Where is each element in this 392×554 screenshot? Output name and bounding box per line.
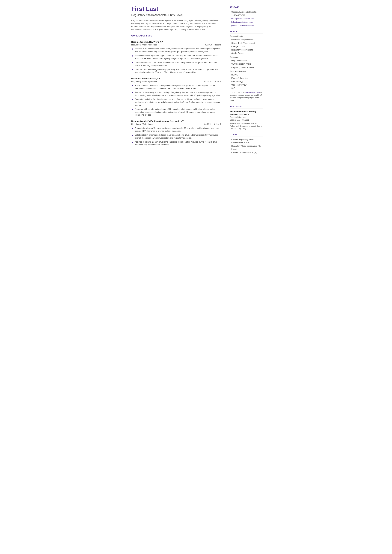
tools-label: Tools and Software: [230, 70, 263, 73]
job-company-1: Resume Worded, New York, NY: [131, 40, 221, 43]
bullet-dot: ●: [132, 84, 133, 87]
left-column: First Last Regulatory Affairs Associate …: [125, 0, 226, 174]
work-experience-label: WORK EXPERIENCE: [131, 35, 221, 38]
techniques-list: Drug Development CMC Regulatory Affairs …: [230, 59, 263, 69]
job-company-3: Resume Worded's Exciting Company, New Yo…: [131, 120, 221, 123]
tool-hcpcs: HCPCS: [230, 74, 263, 76]
technique-cmc: CMC Regulatory Affairs: [230, 63, 263, 65]
resume-worded-link[interactable]: Resume Worded: [246, 92, 259, 93]
bullet-3-3: ●Assisted in training 17 new physicians …: [132, 141, 221, 147]
contact-location: Chicago, IL (Open to Remote): [230, 11, 263, 14]
resume-page: First Last Regulatory Affairs Associate …: [125, 0, 267, 174]
bullet-2-3: ●Generated technical files like declarat…: [132, 98, 221, 107]
bullet-1-3: ●Communicated with 10K customers via ema…: [132, 61, 221, 67]
tools-list: HCPCS Microsoft Dynamics MicroStrategy Q…: [230, 74, 263, 90]
edu-block: Resume Worded University Bachelor of Sci…: [230, 110, 263, 130]
other-section: OTHER Certified Regulatory Affairs Profe…: [230, 133, 263, 154]
right-column: CONTACT Chicago, IL (Open to Remote) +1-…: [226, 0, 267, 174]
skill-quality-system: Quality System: [230, 52, 263, 55]
education-label: EDUCATION: [230, 105, 263, 109]
bullet-dot: ●: [132, 127, 133, 130]
other-item-3: Certified Quality Auditor (CQA).: [230, 151, 263, 154]
bullet-dot: ●: [132, 108, 133, 111]
tool-ms-dynamics: Microsoft Dynamics: [230, 77, 263, 79]
job-bullets-2: ●Spearheaded 17 initiatives that improve…: [131, 84, 221, 117]
job-dates-1: 01/2019 – Present: [205, 43, 221, 46]
job-title-3: Regulatory Affairs Intern: [131, 123, 153, 126]
job-block-1: Resume Worded, New York, NY Regulatory A…: [131, 40, 221, 74]
bullet-dot: ●: [132, 98, 133, 101]
job-title-row-3: Regulatory Affairs Intern 06/2012 – 01/2…: [131, 123, 221, 126]
contact-section: CONTACT Chicago, IL (Open to Remote) +1-…: [230, 6, 263, 27]
bullet-2-2: ●Assisted in developing and maintaining …: [132, 91, 221, 97]
edu-school: Resume Worded University: [230, 110, 263, 113]
job-company-2: Growthsi, San Francisco, CA: [131, 77, 221, 80]
skills-label: SKILLS: [230, 30, 263, 34]
edu-field: Biological Sciences: [230, 116, 263, 119]
technical-skills-list: Pharmaceutics (Advanced) Clinical Trials…: [230, 39, 263, 55]
skill-clinical-trials: Clinical Trials (Experienced): [230, 42, 263, 44]
bullet-1-2: ●Achieved an 80% regulatory approval rat…: [132, 54, 221, 60]
bullet-dot: ●: [132, 141, 133, 143]
technique-drug-dev: Drug Development: [230, 59, 263, 62]
bullet-dot: ●: [132, 91, 133, 94]
job-bullets-3: ●Supported reviewing 15 research studies…: [131, 127, 221, 147]
bullet-dot: ●: [132, 134, 133, 136]
job-bullets-1: ●Assisted in the development of regulato…: [131, 47, 221, 74]
contact-email[interactable]: email@resumeworded.com: [230, 17, 263, 20]
header-summary: Regulatory affairs associate with over 8…: [131, 19, 221, 31]
edu-location-date: Boston, MA — 05/2012: [230, 119, 263, 121]
job-block-2: Growthsi, San Francisco, CA Regulatory A…: [131, 77, 221, 116]
contact-list: Chicago, IL (Open to Remote) +1-234-456-…: [230, 11, 263, 27]
other-label: OTHER: [230, 133, 263, 137]
tool-qlikview: QlikTech QlikView: [230, 84, 263, 86]
job-dates-2: 02/2015 – 12/2018: [204, 80, 221, 83]
job-title-1: Regulatory Affairs Associate: [131, 43, 157, 46]
bullet-dot: ●: [132, 54, 133, 57]
bullet-3-2: ●Collaborated in reviewing 1K clinical t…: [132, 134, 221, 140]
promo-text: · Don't forget to use Resume Worded to s…: [230, 91, 263, 102]
contact-label: CONTACT: [230, 6, 263, 9]
header-title: Regulatory Affairs Associate (Entry Leve…: [131, 13, 221, 17]
education-section: EDUCATION Resume Worded University Bache…: [230, 105, 263, 130]
contact-linkedin[interactable]: linkedin.com/in/username: [230, 21, 263, 23]
job-block-3: Resume Worded's Exciting Company, New Yo…: [131, 120, 221, 146]
technical-skills-label: Technical Skills:: [230, 35, 263, 38]
skill-regulatory-req: Regulatory Requirements: [230, 49, 263, 51]
contact-github[interactable]: github.com/resumeworded: [230, 24, 263, 27]
edu-awards: Awards: Resume Worded Teaching Fellow (o…: [230, 122, 263, 130]
bullet-1-1: ●Assisted in the development of regulato…: [132, 47, 221, 53]
skill-pharmaceutics: Pharmaceutics (Advanced): [230, 39, 263, 41]
other-list: Certified Regulatory Affairs Professiona…: [230, 138, 263, 154]
bullet-dot: ●: [132, 61, 133, 64]
other-item-2: Regulatory Affairs Certification - US (R…: [230, 145, 263, 150]
bullet-dot: ●: [132, 68, 133, 71]
skills-section: SKILLS Technical Skills: Pharmaceutics (…: [230, 30, 263, 102]
bullet-2-4: ●Partnered with an international team of…: [132, 108, 221, 116]
bullet-2-1: ●Spearheaded 17 initiatives that improve…: [132, 84, 221, 90]
skill-change-control: Change Control: [230, 45, 263, 48]
techniques-label: Techniques:: [230, 56, 263, 59]
job-title-2: Regulatory Affairs Specialist: [131, 80, 157, 83]
technique-reg-doc: Regulatory Documentation: [230, 66, 263, 69]
job-title-row-2: Regulatory Affairs Specialist 02/2015 – …: [131, 80, 221, 83]
bullet-dot: ●: [132, 47, 133, 50]
tool-sap: SAP: [230, 87, 263, 90]
header-name: First Last: [131, 6, 221, 12]
job-title-row-1: Regulatory Affairs Associate 01/2019 – P…: [131, 43, 221, 46]
bullet-3-1: ●Supported reviewing 15 research studies…: [132, 127, 221, 133]
tool-microstrategy: MicroStrategy: [230, 80, 263, 83]
contact-phone: +1-234-456-789: [230, 14, 263, 17]
other-item-1: Certified Regulatory Affairs Professiona…: [230, 138, 263, 144]
bullet-1-4: ●Complied with federal regulations by pr…: [132, 68, 221, 74]
edu-degree: Bachelor of Science: [230, 113, 263, 116]
job-dates-3: 06/2012 – 01/2015: [204, 123, 221, 126]
